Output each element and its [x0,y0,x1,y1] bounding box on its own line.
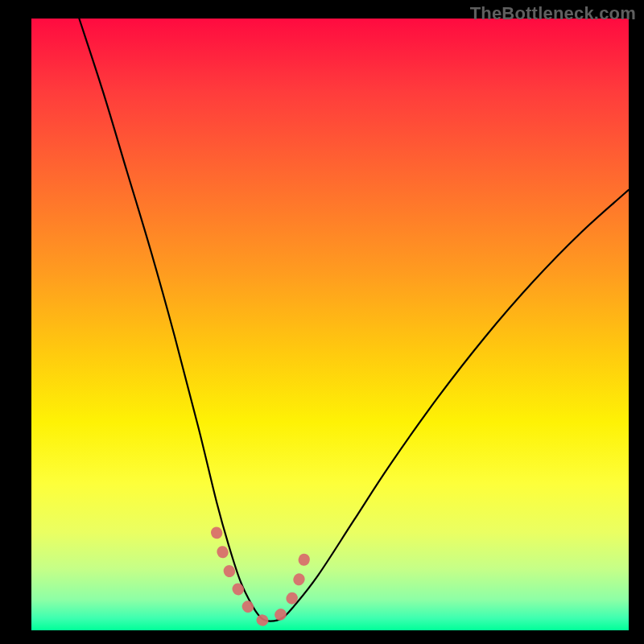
chart-svg [31,19,629,630]
chart-frame: TheBottleneck.com [0,0,644,644]
watermark-text: TheBottleneck.com [470,3,636,24]
bottleneck-curve [79,19,629,621]
plot-area [31,19,629,630]
